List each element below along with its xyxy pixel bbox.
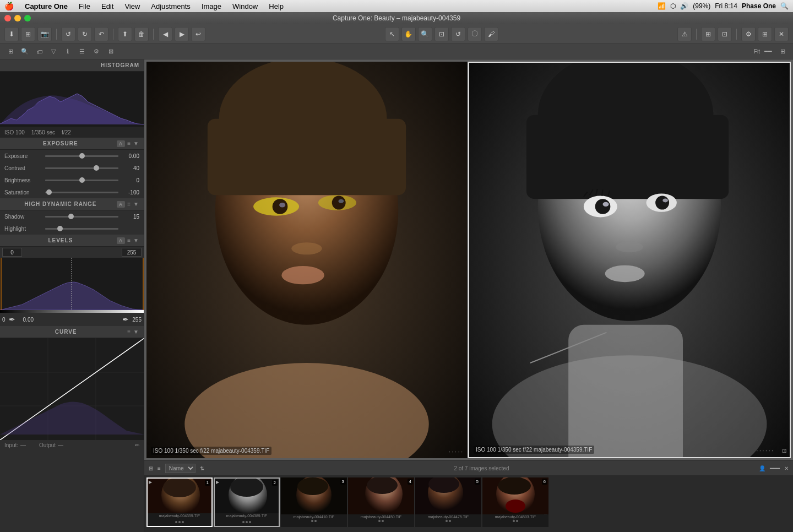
import-button[interactable]: ⬇ [4,27,19,41]
meta-icon[interactable]: ☰ [76,46,88,58]
brightness-slider-label: Brightness [4,177,42,183]
curve-picker-btn[interactable]: ✏ [135,442,139,448]
levels-header[interactable]: LEVELS A ≡ ▼ [0,235,144,247]
levels-expand[interactable]: ≡ [127,237,131,243]
minimize-button[interactable] [14,15,21,21]
brush-tool[interactable]: 🖌 [484,27,498,41]
curve-input-dropper[interactable]: — [20,442,26,448]
main-layout: HISTOGRAM ISO 100 1/350 sec f/22 [0,59,793,532]
curve-more[interactable]: ▼ [133,329,139,335]
menu-view[interactable]: View [122,2,142,10]
thumb-5[interactable]: 5 majabeauty-004475.TIF [415,477,481,527]
thumb-6-num: 6 [542,479,547,485]
copy-adjustments[interactable]: ⊞ [701,27,715,41]
bluetooth-icon[interactable]: ⬡ [670,2,676,10]
contrast-slider[interactable] [45,167,118,169]
sep2 [113,29,113,40]
browse-button[interactable]: ⊞ [21,27,35,41]
thumb-3[interactable]: 3 majabeauty-004410.TIF [281,477,347,527]
sound-icon[interactable]: 🔊 [680,2,688,10]
shadow-slider[interactable] [45,216,118,218]
redo-button[interactable]: ↻ [78,27,92,41]
sort-icon[interactable]: ⇅ [200,465,204,471]
paste-adjustments[interactable]: ⊡ [718,27,732,41]
filmstrip-zoom[interactable]: ━━━ [770,465,780,471]
hdr-header[interactable]: HIGH DYNAMIC RANGE A ≡ ▼ [0,198,144,210]
exposure-header[interactable]: EXPOSURE A ≡ ▼ [0,138,144,150]
histogram-header[interactable]: HISTOGRAM [0,59,144,72]
view-toggle[interactable]: ⊞ [776,46,789,58]
apple-menu[interactable]: 🍎 [4,2,14,10]
secondary-toolbar: ⊞ 🔍 🏷 ▽ ℹ ☰ ⚙ ⊠ Fit ━━ ⊞ [0,44,793,59]
levels-high-input[interactable] [122,248,142,257]
menu-adjustments[interactable]: Adjustments [149,2,193,10]
spotlight-icon[interactable]: 🔍 [780,2,789,10]
reset-button[interactable]: ↩ [191,27,205,41]
adjust-icon[interactable]: ▽ [47,46,59,58]
wifi-icon[interactable]: 📶 [658,2,666,10]
brightness-slider[interactable] [45,180,118,181]
thumb-1[interactable]: 1 ▶ majabeauty-004359.TIF [146,477,213,527]
zoom-slider[interactable]: ━━ [762,46,774,58]
list-view-btn[interactable]: ≡ [157,465,161,471]
prev-button[interactable]: ◀ [158,27,172,41]
thumb-6[interactable]: 6 ⊡ majabeauty-004503.TIF [482,477,548,527]
bw-expand-icon[interactable]: ⊡ [782,448,786,454]
levels-more[interactable]: ▼ [133,237,139,243]
batch-icon[interactable]: ⊠ [105,46,117,58]
panels-icon[interactable]: ⊞ [4,46,17,58]
thumb-4[interactable]: 4 majabeauty-004450.TIF [348,477,414,527]
user-icon[interactable]: 👤 [759,465,765,471]
menu-edit[interactable]: Edit [99,2,116,10]
crop-tool[interactable]: ⊡ [434,27,449,41]
lasso-tool[interactable]: 〇 [468,27,482,41]
exposure-more[interactable]: ▼ [133,140,139,146]
hdr-expand[interactable]: ≡ [127,201,131,207]
phase-one-brand: Phase One [742,2,776,10]
capture-button[interactable]: 📷 [37,27,52,41]
cursor-tool[interactable]: ↖ [385,27,399,41]
menu-help[interactable]: Help [267,2,286,10]
hdr-more[interactable]: ▼ [133,201,139,207]
undo-button[interactable]: ↺ [61,27,75,41]
curve-header[interactable]: CURVE ≡ ▼ [0,326,144,338]
levels-badge: A [117,237,126,244]
levels-dropper-white[interactable]: ✒ [122,315,129,324]
menu-window[interactable]: Window [230,2,260,10]
curve-expand[interactable]: ≡ [127,329,131,335]
thumb-2[interactable]: 2 ▶ majabeauty-004389.TIF [214,477,280,527]
exposure-slider[interactable] [45,155,118,157]
next-button[interactable]: ▶ [175,27,189,41]
info-icon[interactable]: ℹ [62,46,74,58]
settings-button[interactable]: ⚙ [741,27,756,41]
close-button[interactable] [4,15,11,21]
filmstrip-close[interactable]: ✕ [784,465,789,471]
levels-dropper-black[interactable]: ✒ [9,315,15,324]
layout-button[interactable]: ⊞ [758,27,772,41]
export-button[interactable]: ⬆ [118,27,132,41]
maximize-button[interactable] [24,15,31,21]
filmstrip: ⊞ ≡ Name Date Rating ⇅ 2 of 7 images sel… [144,460,793,532]
tag-icon[interactable]: 🏷 [33,46,45,58]
svg-line-41 [602,190,602,196]
exposure-expand[interactable]: ≡ [127,140,131,146]
close-panel[interactable]: ✕ [774,27,789,41]
menu-file[interactable]: File [77,2,93,10]
menu-image[interactable]: Image [199,2,224,10]
sort-select[interactable]: Name Date Rating [165,464,195,473]
keyword-icon[interactable]: ⚙ [90,46,102,58]
levels-low-input[interactable] [2,248,22,257]
levels-out-val: 0.00 [23,317,34,323]
rotate-left-button[interactable]: ↶ [94,27,108,41]
highlight-slider[interactable] [45,228,118,230]
saturation-slider[interactable] [45,192,118,193]
search-icon[interactable]: 🔍 [19,46,31,58]
rotate-tool[interactable]: ↺ [451,27,465,41]
delete-button[interactable]: 🗑 [134,27,149,41]
hand-tool[interactable]: ✋ [401,27,416,41]
grid-view-btn[interactable]: ⊞ [149,465,153,471]
exposure-value: 0.00 [122,153,139,159]
curve-output-dropper[interactable]: — [58,442,63,448]
menu-capture-one[interactable]: Capture One [23,2,70,10]
zoom-tool[interactable]: 🔍 [418,27,432,41]
